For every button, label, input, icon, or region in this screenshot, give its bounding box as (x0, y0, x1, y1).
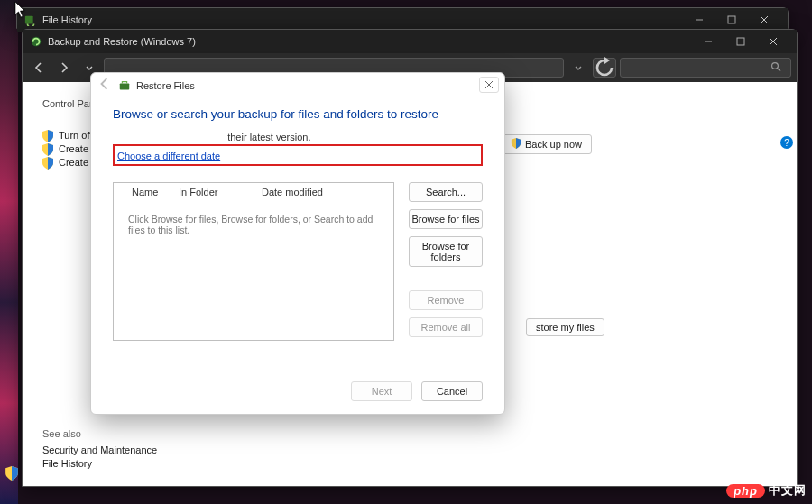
see-also-security-maintenance[interactable]: Security and Maintenance (42, 444, 157, 455)
restore-files-dialog: Restore Files Browse or search your back… (90, 72, 505, 415)
close-button[interactable] (748, 11, 780, 29)
dialog-info-fragment: their latest version. (227, 132, 310, 142)
file-history-title: File History (42, 14, 92, 25)
watermark: php 中文网 (726, 482, 807, 499)
shield-icon (42, 130, 53, 141)
dialog-close-button[interactable] (479, 77, 499, 93)
browse-button-column: Search... Browse for files Browse for fo… (409, 182, 483, 341)
search-button[interactable]: Search... (409, 182, 483, 202)
minimize-button[interactable] (683, 11, 715, 29)
watermark-brand: php (726, 484, 765, 498)
cancel-button[interactable]: Cancel (421, 381, 483, 401)
backup-now-label: Back up now (525, 139, 582, 150)
backup-now-button[interactable]: Back up now (501, 134, 592, 154)
col-date-modified[interactable]: Date modified (262, 187, 393, 197)
address-dropdown-icon[interactable] (567, 57, 589, 78)
svg-rect-7 (737, 38, 744, 45)
taskbar-shield-icon[interactable] (5, 466, 18, 484)
restore-my-files-button[interactable]: store my files (526, 318, 604, 336)
dialog-heading: Browse or search your backup for files a… (113, 107, 483, 121)
dialog-info-line: All files will be restored to their late… (113, 132, 483, 142)
maximize-button[interactable] (724, 32, 757, 50)
maximize-button[interactable] (715, 11, 748, 29)
backup-restore-title: Backup and Restore (Windows 7) (48, 36, 196, 47)
dialog-footer: Next Cancel (113, 371, 483, 401)
search-field[interactable] (620, 58, 791, 78)
shield-icon (511, 138, 521, 151)
dialog-back-icon[interactable] (98, 78, 111, 94)
see-also-header: See also (42, 428, 157, 439)
watermark-text: 中文网 (769, 482, 807, 499)
see-also-file-history[interactable]: File History (42, 458, 157, 469)
desktop-wallpaper-stripe (0, 0, 18, 504)
svg-rect-2 (728, 16, 735, 23)
nav-forward-button[interactable] (53, 57, 75, 78)
choose-different-date-highlight: Choose a different date (113, 144, 483, 166)
remove-button[interactable]: Remove (409, 290, 483, 310)
search-icon (770, 60, 781, 76)
close-button[interactable] (757, 32, 789, 50)
see-also-section: See also Security and Maintenance File H… (42, 428, 157, 472)
choose-different-date-link[interactable]: Choose a different date (117, 151, 220, 161)
svg-rect-12 (120, 83, 130, 89)
restore-files-icon (118, 79, 131, 92)
refresh-button[interactable] (593, 58, 616, 78)
remove-all-button[interactable]: Remove all (409, 317, 483, 337)
nav-back-button[interactable] (28, 57, 50, 78)
dialog-title: Restore Files (136, 80, 195, 91)
svg-line-11 (778, 69, 780, 71)
restore-items-list[interactable]: Name In Folder Date modified Click Brows… (113, 182, 394, 341)
browse-for-files-button[interactable]: Browse for files (409, 209, 483, 229)
col-name[interactable]: Name (114, 187, 179, 197)
dialog-header: Restore Files (91, 73, 504, 98)
shield-icon (42, 143, 53, 154)
backup-restore-icon (30, 35, 42, 48)
backup-restore-titlebar: Backup and Restore (Windows 7) (23, 30, 797, 53)
shield-icon (42, 157, 53, 168)
minimize-button[interactable] (692, 32, 724, 50)
list-header-row: Name In Folder Date modified (114, 183, 393, 201)
mouse-cursor-icon (14, 2, 27, 22)
file-history-window-titlebar: File History (16, 7, 789, 29)
next-button[interactable]: Next (351, 381, 412, 401)
col-in-folder[interactable]: In Folder (179, 187, 262, 197)
svg-point-10 (772, 63, 779, 69)
browse-for-folders-button[interactable]: Browse for folders (409, 236, 483, 267)
list-empty-hint: Click Browse for files, Browse for folde… (114, 201, 393, 248)
